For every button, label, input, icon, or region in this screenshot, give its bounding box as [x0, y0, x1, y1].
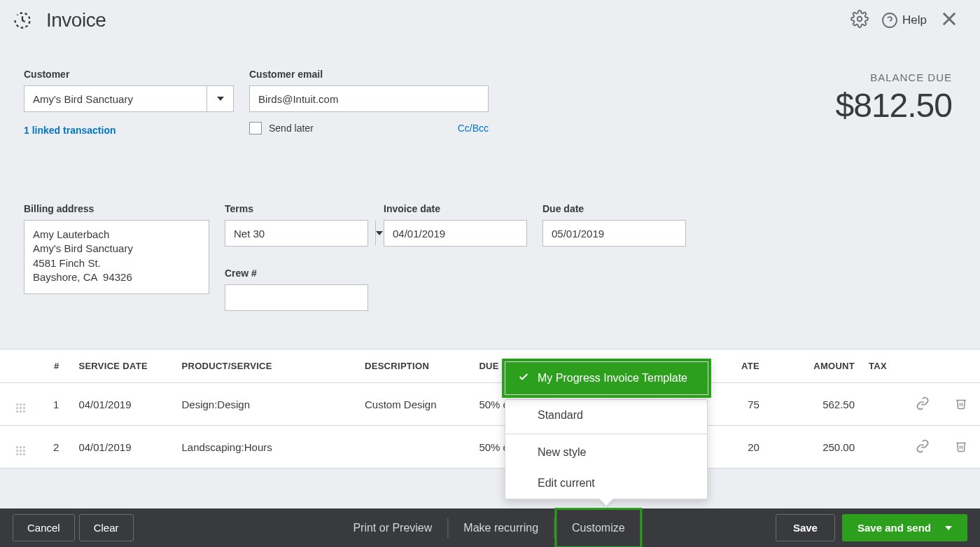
customize-popover-highlight: My Progress Invoice Template	[502, 359, 711, 398]
chevron-down-icon[interactable]	[375, 221, 383, 246]
template-option-selected[interactable]: My Progress Invoice Template	[505, 362, 708, 394]
balance-due-amount: $812.50	[835, 86, 952, 125]
row-date[interactable]: 04/01/2019	[71, 383, 174, 426]
row-tax[interactable]	[862, 426, 904, 469]
crew-label: Crew #	[225, 268, 368, 279]
billing-label: Billing address	[24, 203, 209, 214]
link-icon[interactable]	[904, 426, 941, 469]
balance-due-label: BALANCE DUE	[835, 71, 952, 83]
col-product: PRODUCT/SERVICE	[174, 349, 357, 383]
col-description: DESCRIPTION	[358, 349, 472, 383]
save-and-send-button[interactable]: Save and send	[842, 514, 967, 541]
row-rate[interactable]: 20	[732, 426, 766, 469]
template-standard-label: Standard	[538, 409, 583, 422]
billing-address-input[interactable]	[24, 220, 209, 294]
crew-input[interactable]	[225, 284, 368, 311]
customize-popover: Standard New style Edit current	[505, 399, 708, 499]
row-tax[interactable]	[862, 383, 904, 426]
template-option-standard[interactable]: Standard	[505, 400, 707, 431]
history-icon[interactable]	[13, 11, 32, 30]
save-button[interactable]: Save	[776, 514, 835, 541]
chevron-down-icon[interactable]	[206, 86, 233, 111]
table-header-row: # SERVICE DATE PRODUCT/SERVICE DESCRIPTI…	[0, 349, 980, 383]
footer-bar: Cancel Clear Print or Preview Make recur…	[0, 508, 980, 547]
print-preview-link[interactable]: Print or Preview	[337, 510, 447, 546]
linked-transaction-link[interactable]: 1 linked transaction	[24, 125, 234, 136]
edit-current-option[interactable]: Edit current	[505, 468, 707, 499]
row-rate[interactable]: 75	[732, 383, 766, 426]
check-icon	[518, 371, 529, 385]
form-area: Customer 1 linked transaction Customer e…	[0, 41, 980, 311]
help-button[interactable]: Help	[881, 12, 927, 29]
checkbox-icon[interactable]	[249, 122, 262, 134]
ccbcc-link[interactable]: Cc/Bcc	[458, 123, 489, 134]
page-title: Invoice	[46, 9, 106, 32]
row-amount[interactable]: 562.50	[766, 383, 862, 426]
customer-select[interactable]	[24, 85, 234, 112]
new-style-label: New style	[538, 446, 586, 459]
row-num: 1	[41, 383, 72, 426]
cancel-button[interactable]: Cancel	[13, 514, 75, 541]
due-date-input[interactable]	[542, 220, 686, 247]
svg-point-1	[883, 13, 897, 27]
email-input[interactable]	[249, 85, 489, 112]
clear-button[interactable]: Clear	[79, 514, 134, 541]
help-label: Help	[902, 13, 927, 27]
col-amount: AMOUNT	[766, 349, 862, 383]
make-recurring-link[interactable]: Make recurring	[448, 510, 554, 546]
email-label: Customer email	[249, 69, 489, 80]
save-send-label: Save and send	[858, 522, 931, 534]
link-icon[interactable]	[904, 383, 941, 426]
svg-point-0	[858, 17, 862, 22]
gear-icon[interactable]	[850, 10, 869, 31]
drag-handle-icon[interactable]	[0, 426, 41, 469]
table-row[interactable]: 2 04/01/2019 Landscaping:Hours 50% of 50…	[0, 426, 980, 469]
popover-divider	[505, 434, 707, 434]
row-date[interactable]: 04/01/2019	[71, 426, 174, 469]
customer-label: Customer	[24, 69, 234, 80]
invoice-date-label: Invoice date	[384, 203, 527, 214]
col-service-date: SERVICE DATE	[71, 349, 174, 383]
col-tax: TAX	[862, 349, 904, 383]
line-items-table: # SERVICE DATE PRODUCT/SERVICE DESCRIPTI…	[0, 349, 980, 469]
table-row[interactable]: 1 04/01/2019 Design:Design Custom Design…	[0, 383, 980, 426]
trash-icon[interactable]	[941, 383, 980, 426]
edit-current-label: Edit current	[538, 477, 595, 490]
row-product[interactable]: Design:Design	[174, 383, 357, 426]
customize-link[interactable]: Customize	[554, 508, 643, 548]
header-bar: Invoice Help	[0, 0, 980, 41]
popover-arrow-icon	[599, 499, 613, 506]
terms-label: Terms	[225, 203, 368, 214]
customer-input[interactable]	[24, 86, 206, 111]
row-description[interactable]	[358, 426, 472, 469]
due-date-label: Due date	[542, 203, 686, 214]
terms-input[interactable]	[225, 221, 375, 246]
close-icon[interactable]	[939, 9, 959, 32]
invoice-date-input[interactable]	[384, 220, 527, 247]
row-num: 2	[41, 426, 72, 469]
send-later-label: Send later	[269, 123, 314, 134]
send-later-checkbox[interactable]: Send later	[249, 122, 314, 134]
template-selected-label: My Progress Invoice Template	[538, 372, 687, 385]
row-product[interactable]: Landscaping:Hours	[174, 426, 357, 469]
col-num: #	[41, 349, 72, 383]
row-amount[interactable]: 250.00	[766, 426, 862, 469]
drag-handle-icon[interactable]	[0, 383, 41, 426]
row-description[interactable]: Custom Design	[358, 383, 472, 426]
col-rate: ATE	[732, 349, 766, 383]
trash-icon[interactable]	[941, 426, 980, 469]
new-style-option[interactable]: New style	[505, 437, 707, 468]
chevron-down-icon[interactable]	[945, 526, 952, 530]
terms-select[interactable]	[225, 220, 368, 247]
